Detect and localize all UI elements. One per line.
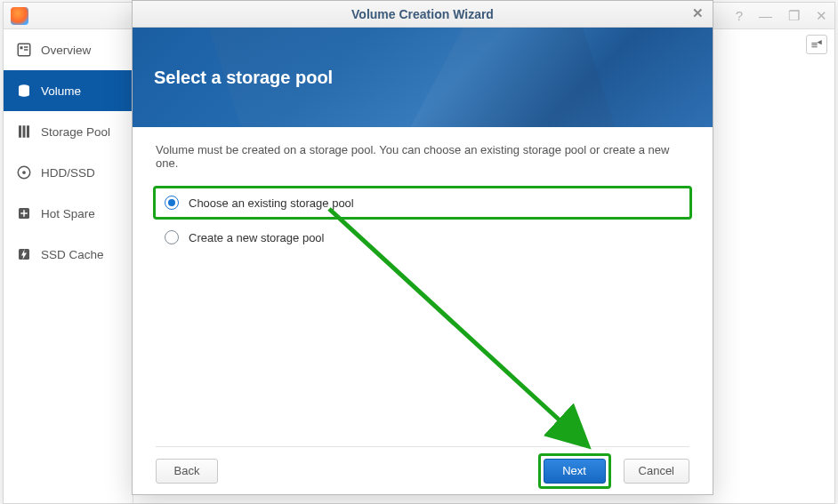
sidebar-item-hdd-ssd[interactable]: HDD/SSD — [4, 152, 133, 193]
wizard-description: Volume must be created on a storage pool… — [156, 143, 689, 170]
sidebar-item-label: Overview — [41, 44, 91, 57]
wizard-dialog: Volume Creation Wizard ✕ Select a storag… — [132, 0, 713, 495]
sidebar-item-label: Volume — [41, 84, 81, 98]
wizard-heading: Select a storage pool — [154, 68, 333, 88]
cancel-button[interactable]: Cancel — [624, 459, 689, 484]
svg-rect-2 — [24, 46, 28, 48]
overview-icon — [16, 42, 32, 58]
radio-label: Choose an existing storage pool — [189, 196, 354, 210]
sidebar-item-overview[interactable]: Overview — [4, 29, 133, 70]
svg-rect-4 — [19, 125, 21, 138]
radio-icon[interactable] — [165, 196, 179, 210]
svg-rect-5 — [23, 125, 26, 138]
storage-pool-icon — [16, 124, 32, 140]
svg-rect-6 — [27, 125, 29, 138]
next-button[interactable]: Next — [544, 459, 606, 484]
sidebar-item-label: HDD/SSD — [41, 166, 95, 180]
wizard-banner: Select a storage pool — [133, 28, 713, 127]
sidebar-item-hot-spare[interactable]: Hot Spare — [4, 193, 133, 234]
hdd-icon — [16, 164, 32, 180]
panel-menu-icon[interactable]: ≡◂ — [806, 35, 827, 54]
sidebar-item-label: Storage Pool — [41, 125, 110, 139]
sidebar-item-volume[interactable]: Volume — [4, 70, 133, 111]
hot-spare-icon — [16, 205, 32, 221]
next-button-highlight: Next — [538, 453, 611, 489]
wizard-footer: Back Next Cancel — [156, 446, 689, 494]
sidebar-item-ssd-cache[interactable]: SSD Cache — [4, 234, 133, 275]
volume-icon — [16, 83, 32, 99]
radio-icon[interactable] — [165, 230, 179, 244]
radio-option-existing-pool[interactable]: Choose an existing storage pool — [153, 186, 692, 220]
ssd-cache-icon — [16, 246, 32, 262]
back-button[interactable]: Back — [156, 459, 218, 484]
radio-option-new-pool[interactable]: Create a new storage pool — [156, 223, 689, 252]
svg-point-8 — [22, 171, 26, 174]
wizard-close-icon[interactable]: ✕ — [689, 5, 705, 21]
sidebar-item-storage-pool[interactable]: Storage Pool — [4, 111, 133, 152]
wizard-title: Volume Creation Wizard — [351, 7, 494, 21]
svg-rect-1 — [20, 46, 23, 49]
svg-rect-3 — [24, 49, 28, 51]
sidebar-item-label: Hot Spare — [41, 207, 95, 220]
sidebar-item-label: SSD Cache — [41, 248, 104, 261]
sidebar: Overview Volume Storage Pool HDD/SSD Hot… — [4, 29, 133, 503]
radio-label: Create a new storage pool — [189, 231, 324, 244]
wizard-content: Volume must be created on a storage pool… — [133, 127, 713, 446]
wizard-title-bar: Volume Creation Wizard ✕ — [133, 1, 713, 28]
